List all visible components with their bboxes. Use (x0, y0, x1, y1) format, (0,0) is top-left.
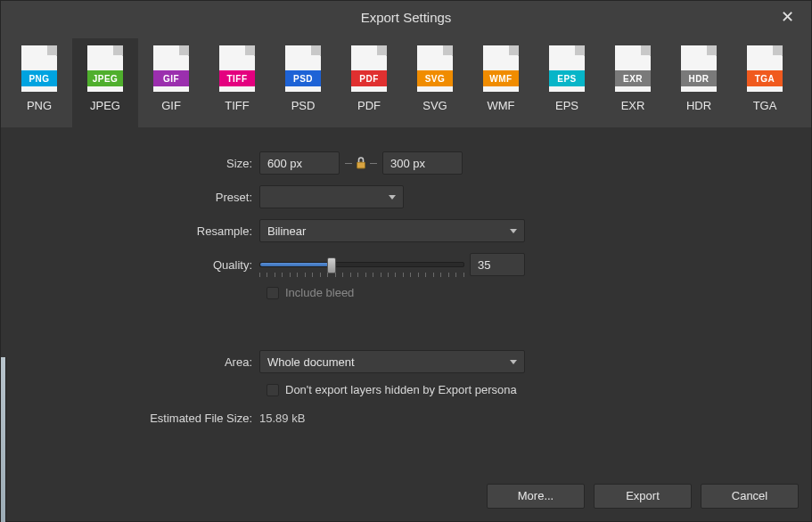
titlebar: Export Settings ✕ (1, 1, 811, 33)
format-label: EXR (621, 99, 645, 112)
slider-track (259, 262, 464, 267)
height-input[interactable]: 300 px (382, 151, 463, 175)
format-item-pdf[interactable]: PDFPDF (336, 38, 402, 127)
file-band-text: JPEG (87, 70, 123, 86)
include-bleed-label: Include bleed (285, 286, 354, 299)
size-label: Size: (135, 157, 259, 170)
format-label: EPS (555, 99, 578, 112)
preview-sliver (1, 357, 6, 522)
file-icon: PNG (21, 45, 57, 92)
dont-export-hidden-checkbox[interactable] (267, 384, 279, 396)
quality-input[interactable]: 35 (470, 253, 525, 276)
format-item-jpeg[interactable]: JPEGJPEG (72, 38, 138, 127)
format-item-psd[interactable]: PSDPSD (270, 38, 336, 127)
dont-export-hidden-row: Don't export layers hidden by Export per… (267, 383, 669, 396)
width-input[interactable]: 600 px (259, 151, 340, 175)
file-band-text: TIFF (219, 70, 255, 86)
close-button[interactable]: ✕ (768, 1, 806, 33)
quality-label: Quality: (135, 258, 259, 272)
width-value: 600 px (267, 157, 302, 170)
file-band-text: PSD (285, 70, 321, 86)
area-dropdown[interactable]: Whole document (259, 350, 525, 373)
quality-value: 35 (478, 258, 490, 272)
format-item-exr[interactable]: EXREXR (600, 38, 666, 127)
format-label: TGA (753, 99, 777, 112)
slider-ticks (259, 273, 464, 278)
file-icon: TGA (747, 45, 783, 92)
export-button[interactable]: Export (594, 484, 692, 509)
height-value: 300 px (390, 157, 425, 170)
lock-icon (354, 155, 368, 171)
format-label: PNG (27, 99, 52, 112)
dialog-title: Export Settings (361, 10, 452, 25)
format-label: GIF (161, 99, 181, 112)
resample-value: Bilinear (267, 224, 306, 238)
file-band-text: HDR (681, 70, 717, 86)
file-icon: WMF (483, 45, 519, 92)
file-band-text: GIF (153, 70, 189, 86)
format-item-tiff[interactable]: TIFFTIFF (204, 38, 270, 127)
preset-dropdown[interactable] (259, 185, 404, 208)
include-bleed-row: Include bleed (267, 286, 669, 299)
file-band-text: PDF (351, 70, 387, 86)
format-label: PSD (291, 99, 316, 112)
resample-label: Resample: (135, 224, 259, 238)
format-item-svg[interactable]: SVGSVG (402, 38, 468, 127)
file-icon: EXR (615, 45, 651, 92)
estimated-row: Estimated File Size: 15.89 kB (135, 405, 669, 430)
size-row: Size: 600 px 300 px (135, 151, 669, 175)
format-item-gif[interactable]: GIFGIF (138, 38, 204, 127)
slider-thumb[interactable] (327, 257, 336, 273)
file-icon: PSD (285, 45, 321, 92)
file-icon: PDF (351, 45, 387, 92)
area-value: Whole document (267, 355, 355, 369)
file-icon: GIF (153, 45, 189, 92)
estimated-label: Estimated File Size: (135, 412, 259, 425)
quality-slider[interactable] (259, 253, 464, 276)
file-band-text: TGA (747, 70, 783, 86)
format-label: PDF (357, 99, 381, 112)
close-icon: ✕ (781, 7, 794, 27)
format-strip: PNGPNGJPEGJPEGGIFGIFTIFFTIFFPSDPSDPDFPDF… (1, 33, 811, 127)
format-item-png[interactable]: PNGPNG (6, 38, 72, 127)
file-band-text: WMF (483, 70, 519, 86)
area-label: Area: (135, 355, 259, 369)
format-item-eps[interactable]: EPSEPS (534, 38, 600, 127)
lock-line-right (370, 163, 377, 164)
include-bleed-checkbox[interactable] (267, 287, 279, 299)
file-band-text: EXR (615, 70, 651, 86)
chevron-down-icon (389, 195, 396, 200)
format-item-wmf[interactable]: WMFWMF (468, 38, 534, 127)
more-button-label: More... (518, 489, 554, 502)
export-form: Size: 600 px 300 px (135, 151, 669, 430)
area-row: Area: Whole document (135, 349, 669, 374)
dialog-body: Size: 600 px 300 px (1, 127, 811, 469)
format-item-tga[interactable]: TGATGA (732, 38, 798, 127)
cancel-button-label: Cancel (732, 489, 767, 502)
lock-line-left (345, 163, 352, 164)
format-label: SVG (422, 99, 447, 112)
estimated-value: 15.89 kB (259, 412, 305, 425)
chevron-down-icon (510, 229, 517, 233)
format-item-hdr[interactable]: HDRHDR (666, 38, 732, 127)
file-icon: TIFF (219, 45, 255, 92)
format-label: HDR (686, 99, 711, 112)
file-band-text: EPS (549, 70, 585, 86)
svg-rect-0 (357, 162, 365, 168)
file-icon: SVG (417, 45, 453, 92)
dont-export-hidden-label: Don't export layers hidden by Export per… (285, 383, 517, 396)
more-button[interactable]: More... (487, 484, 585, 509)
file-icon: JPEG (87, 45, 123, 92)
resample-row: Resample: Bilinear (135, 218, 669, 243)
format-label: WMF (487, 99, 514, 112)
aspect-lock[interactable] (345, 155, 377, 171)
quality-row: Quality: 35 (135, 252, 669, 277)
file-band-text: PNG (21, 70, 57, 86)
cancel-button[interactable]: Cancel (701, 484, 799, 509)
resample-dropdown[interactable]: Bilinear (259, 219, 525, 242)
preset-label: Preset: (135, 191, 259, 204)
slider-fill (260, 263, 332, 266)
preset-row: Preset: (135, 184, 669, 209)
chevron-down-icon (510, 360, 517, 364)
export-settings-dialog: Export Settings ✕ PNGPNGJPEGJPEGGIFGIFTI… (0, 0, 812, 522)
